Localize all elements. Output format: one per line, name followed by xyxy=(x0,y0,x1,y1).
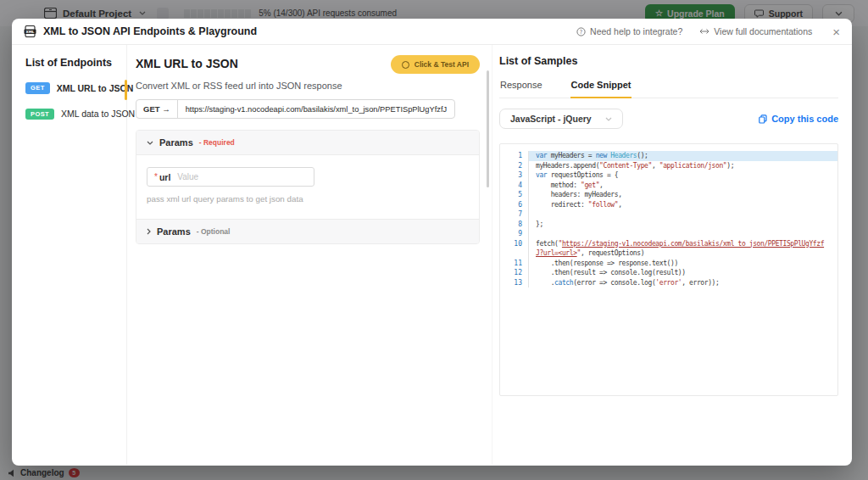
tab-code-snippet[interactable]: Code Snippet xyxy=(570,78,632,98)
samples-panel: List of Samples ResponseCode Snippet Jav… xyxy=(492,45,852,465)
code-text: }; xyxy=(529,220,837,230)
code-text xyxy=(529,229,837,239)
line-number: 5 xyxy=(500,190,529,200)
line-number: 11 xyxy=(500,259,529,269)
endpoint-list: GETXML URL to JSONPOSTXML data to JSON xyxy=(25,82,126,120)
params-required-badge: - Required xyxy=(199,138,235,147)
code-text xyxy=(529,209,837,220)
playground-modal: XML XML to JSON API Endpoints & Playgrou… xyxy=(12,19,852,466)
line-number: 8 xyxy=(500,220,529,230)
line-number: 6 xyxy=(500,200,529,210)
chevron-down-icon xyxy=(147,141,153,145)
params-optional-badge: - Optional xyxy=(197,227,231,236)
code-text: redirect: "follow", xyxy=(529,200,837,210)
code-text: method: "get", xyxy=(529,181,837,191)
xml-file-icon: XML xyxy=(24,25,36,37)
code-text: .catch(error => console.log('error', err… xyxy=(529,278,837,288)
line-number: 4 xyxy=(500,181,529,191)
svg-text:?: ? xyxy=(580,28,582,35)
playground-panel: XML URL to JSON Click & Test API Convert… xyxy=(127,45,492,465)
test-api-button[interactable]: Click & Test API xyxy=(391,55,480,74)
endpoints-heading: List of Endpoints xyxy=(25,57,126,69)
code-line: 12 .then(result => console.log(result)) xyxy=(500,268,837,278)
help-circle-icon: ? xyxy=(576,27,586,36)
params-optional-toggle[interactable]: Params - Optional xyxy=(136,219,479,243)
samples-tabs: ResponseCode Snippet xyxy=(499,78,838,98)
endpoint-item-xml-data-to-json[interactable]: POSTXML data to JSON xyxy=(25,109,126,120)
method-badge: POST xyxy=(25,109,54,120)
code-line: 8}; xyxy=(500,220,837,230)
tab-response[interactable]: Response xyxy=(499,78,543,98)
chevron-right-icon xyxy=(147,228,151,235)
code-text: .then(result => console.log(result)) xyxy=(529,268,837,278)
line-number: 7 xyxy=(500,209,529,220)
endpoint-description: Convert XML or RSS feed url into JSON re… xyxy=(136,81,480,91)
endpoint-url-bar[interactable]: GET → https://staging-v1.nocodeapi.com/b… xyxy=(136,99,455,119)
help-link[interactable]: ? Need help to integrate? xyxy=(576,26,682,36)
copy-code-label: Copy this code xyxy=(771,114,838,124)
code-text: .then(response => response.text()) xyxy=(529,259,837,269)
code-text: var requestOptions = { xyxy=(529,170,837,181)
params-title: Params xyxy=(157,226,191,237)
params-required-toggle[interactable]: Params - Required xyxy=(136,131,479,154)
close-icon[interactable]: × xyxy=(832,25,840,38)
language-select[interactable]: JavaScript - jQuery xyxy=(499,109,623,129)
code-text: fetch("https://staging-v1.nocodeapi.com/… xyxy=(529,239,837,259)
param-helper-text: pass xml url query params to get json da… xyxy=(147,194,469,204)
line-number: 10 xyxy=(500,239,529,259)
url-param-field[interactable]: * url xyxy=(147,167,314,187)
line-number: 2 xyxy=(500,161,529,171)
endpoint-label: XML URL to JSON xyxy=(57,83,134,93)
line-number: 13 xyxy=(500,278,529,288)
double-arrow-icon xyxy=(699,28,709,35)
screen: Default Project 5% (14/300) API requests… xyxy=(0,0,868,480)
power-icon xyxy=(402,61,409,69)
code-line: 1var myHeaders = new Headers(); xyxy=(500,151,837,161)
endpoints-sidebar: List of Endpoints GETXML URL to JSONPOST… xyxy=(12,45,127,465)
method-badge: GET xyxy=(25,82,50,94)
code-line: 13 .catch(error => console.log('error', … xyxy=(500,278,837,288)
params-title: Params xyxy=(159,137,193,148)
scrollbar-thumb[interactable] xyxy=(487,70,489,187)
chevron-down-icon xyxy=(605,117,612,121)
line-number: 12 xyxy=(500,268,529,278)
code-line: 7 xyxy=(500,209,837,220)
endpoint-title: XML URL to JSON xyxy=(136,57,238,70)
modal-header: XML XML to JSON API Endpoints & Playgrou… xyxy=(12,19,852,45)
code-line: 10fetch("https://staging-v1.nocodeapi.co… xyxy=(500,239,837,259)
svg-text:XML: XML xyxy=(25,30,34,34)
modal-title: XML to JSON API Endpoints & Playground xyxy=(43,25,257,37)
code-snippet[interactable]: 1var myHeaders = new Headers();2myHeader… xyxy=(499,143,838,396)
param-name-label: url xyxy=(159,172,170,182)
endpoint-label: XML data to JSON xyxy=(61,109,135,119)
code-line: 9 xyxy=(500,229,837,239)
params-required-body: * url pass xml url query params to get j… xyxy=(136,154,479,219)
modal-header-links: ? Need help to integrate? View full docu… xyxy=(576,25,840,38)
code-text: headers: myHeaders, xyxy=(529,190,837,200)
line-number: 3 xyxy=(500,170,529,181)
code-text: var myHeaders = new Headers(); xyxy=(529,151,837,161)
code-line: 4 method: "get", xyxy=(500,181,837,191)
code-line: 11 .then(response => response.text()) xyxy=(500,259,837,269)
test-api-label: Click & Test API xyxy=(415,60,469,69)
code-line: 5 headers: myHeaders, xyxy=(500,190,837,200)
help-link-label: Need help to integrate? xyxy=(590,26,682,36)
samples-heading: List of Samples xyxy=(499,55,838,67)
copy-icon xyxy=(759,114,767,124)
docs-link[interactable]: View full documentations xyxy=(699,26,812,36)
endpoint-url: https://staging-v1.nocodeapi.com/basilak… xyxy=(178,105,455,114)
url-param-input[interactable] xyxy=(175,171,314,182)
code-line: 2myHeaders.append("Content-Type", "appli… xyxy=(500,161,837,171)
endpoint-item-xml-url-to-json[interactable]: GETXML URL to JSON xyxy=(25,82,126,94)
language-select-value: JavaScript - jQuery xyxy=(510,114,592,124)
required-asterisk: * xyxy=(154,172,158,181)
line-number: 9 xyxy=(500,229,529,239)
code-line: 3var requestOptions = { xyxy=(500,170,837,181)
docs-link-label: View full documentations xyxy=(714,26,812,36)
method-label: GET → xyxy=(136,100,178,118)
params-card: Params - Required * url pass xml url que… xyxy=(136,130,480,244)
line-number: 1 xyxy=(500,151,529,161)
copy-code-button[interactable]: Copy this code xyxy=(759,114,838,124)
code-line: 6 redirect: "follow", xyxy=(500,200,837,210)
samples-controls: JavaScript - jQuery Copy this code xyxy=(499,109,838,129)
